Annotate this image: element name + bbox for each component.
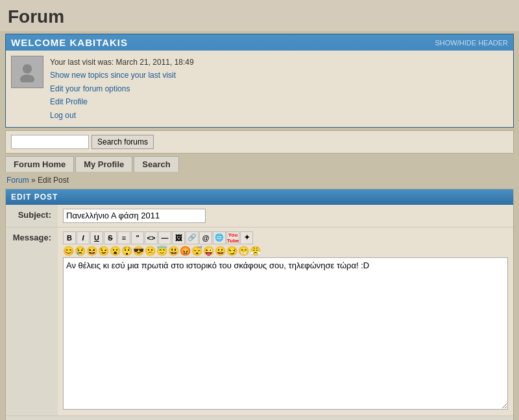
- emoji-sad[interactable]: 😢: [75, 246, 86, 255]
- message-row: Message: B I U S ≡ " <> — 🖼 🔗 @ 🌐 YouTub…: [6, 227, 513, 415]
- tab-forum-home[interactable]: Forum Home: [5, 156, 74, 172]
- subject-cell: [58, 205, 513, 228]
- emoji-cool[interactable]: 😎: [133, 246, 144, 255]
- emoji-sleep[interactable]: 😴: [191, 246, 202, 255]
- image-button[interactable]: 🖼: [172, 231, 185, 244]
- search-forums-button[interactable]: Search forums: [91, 135, 154, 149]
- emoji-grin[interactable]: 😆: [86, 246, 97, 255]
- page-title: Forum: [0, 0, 519, 31]
- emoji-tongue[interactable]: 😜: [203, 246, 214, 255]
- emoji-angry[interactable]: 😡: [180, 246, 191, 255]
- media-button[interactable]: 🌐: [213, 231, 226, 244]
- last-visit-text: Your last visit was: March 21, 2011, 18:…: [50, 56, 194, 69]
- edit-profile-link[interactable]: Edit Profile: [50, 97, 88, 106]
- emoji-wink[interactable]: 😉: [98, 246, 109, 255]
- footer-label-cell: [6, 415, 58, 420]
- emoji-happy[interactable]: 😃: [168, 246, 179, 255]
- emoji-row: 😊 😢 😆 😉 😮 😲 😎 😕 😇 😃 😡 😴 😜 😀 😏 😁: [63, 246, 508, 255]
- footer-row: Save Post: [6, 415, 513, 420]
- email-button[interactable]: @: [199, 231, 212, 244]
- message-label: Message:: [6, 227, 58, 415]
- tab-search[interactable]: Search: [134, 156, 178, 172]
- special-button[interactable]: ✦: [240, 231, 253, 244]
- logout-link[interactable]: Log out: [50, 111, 76, 120]
- hr-button[interactable]: —: [158, 231, 171, 244]
- emoji-shock[interactable]: 😲: [121, 246, 132, 255]
- tab-my-profile[interactable]: My Profile: [75, 156, 132, 172]
- footer-action-cell: Save Post: [58, 415, 513, 420]
- nav-tabs: Forum Home My Profile Search: [0, 154, 519, 172]
- avatar: [11, 56, 43, 88]
- subject-input[interactable]: [63, 209, 206, 223]
- forum-options-link[interactable]: Edit your forum options: [50, 84, 130, 93]
- quote-button[interactable]: ": [131, 231, 144, 244]
- show-hide-button[interactable]: SHOW/HIDE HEADER: [435, 39, 508, 47]
- emoji-frustrated[interactable]: 😤: [250, 246, 261, 255]
- message-cell: B I U S ≡ " <> — 🖼 🔗 @ 🌐 YouTube ✦: [58, 227, 513, 415]
- svg-point-0: [23, 64, 32, 73]
- subject-label: Subject:: [6, 205, 58, 228]
- welcome-title: WELCOME KABITAKIS: [11, 37, 128, 48]
- youtube-button[interactable]: YouTube: [226, 231, 239, 244]
- emoji-laugh[interactable]: 😁: [238, 246, 249, 255]
- list-button[interactable]: ≡: [117, 231, 130, 244]
- message-textarea[interactable]: Αν θέλεις κι εσύ μια πρωτιά στο ιστορικό…: [63, 257, 508, 410]
- edit-post-form: Subject: Message: B I U S ≡ " <> — 🖼: [6, 205, 513, 420]
- link-button[interactable]: 🔗: [186, 231, 199, 244]
- emoji-smirk[interactable]: 😏: [226, 246, 237, 255]
- emoji-big-grin[interactable]: 😀: [215, 246, 226, 255]
- editor-toolbar: B I U S ≡ " <> — 🖼 🔗 @ 🌐 YouTube ✦: [63, 231, 508, 244]
- breadcrumb-separator: »: [31, 176, 36, 185]
- strikethrough-button[interactable]: S: [104, 231, 117, 244]
- code-button[interactable]: <>: [145, 231, 158, 244]
- welcome-banner: WELCOME KABITAKIS SHOW/HIDE HEADER Your …: [5, 34, 514, 128]
- breadcrumb-current: Edit Post: [38, 176, 69, 185]
- search-bar: Search forums: [5, 130, 514, 154]
- emoji-angel[interactable]: 😇: [156, 246, 167, 255]
- edit-post-header: EDIT POST: [6, 189, 513, 205]
- italic-button[interactable]: I: [77, 231, 90, 244]
- bold-button[interactable]: B: [63, 231, 76, 244]
- welcome-info: Your last visit was: March 21, 2011, 18:…: [50, 56, 194, 122]
- breadcrumb-forum-link[interactable]: Forum: [6, 176, 29, 185]
- underline-button[interactable]: U: [90, 231, 103, 244]
- subject-row: Subject:: [6, 205, 513, 228]
- emoji-confused[interactable]: 😕: [145, 246, 156, 255]
- svg-point-1: [20, 75, 34, 82]
- search-input[interactable]: [11, 135, 89, 149]
- emoji-smile[interactable]: 😊: [63, 246, 74, 255]
- main-content: EDIT POST Subject: Message: B I U S ≡ ": [5, 189, 514, 420]
- emoji-surprised[interactable]: 😮: [110, 246, 121, 255]
- new-topics-link[interactable]: Show new topics since your last visit: [50, 71, 176, 80]
- breadcrumb: Forum » Edit Post: [0, 172, 519, 189]
